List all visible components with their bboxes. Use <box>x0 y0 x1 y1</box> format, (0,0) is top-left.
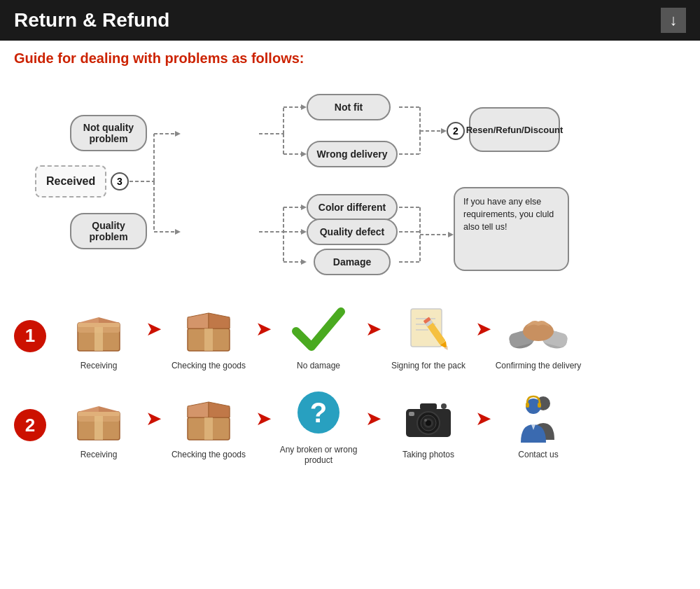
svg-text:?: ? <box>310 397 327 428</box>
svg-marker-21 <box>301 259 307 265</box>
svg-marker-17 <box>301 205 307 210</box>
svg-marker-13 <box>301 151 307 157</box>
svg-marker-10 <box>301 104 307 110</box>
svg-rect-76 <box>538 403 541 408</box>
step-row-1: 1 Receiving <box>14 300 686 372</box>
arrow-1-3: ➤ <box>365 317 382 340</box>
flowchart: Received 3 <box>21 76 679 286</box>
svg-marker-19 <box>301 229 307 235</box>
arrow-1-2: ➤ <box>255 317 272 340</box>
camera-label: Taking photos <box>402 450 454 461</box>
step-item-confirming: Confirming the delivery <box>493 300 584 372</box>
quality-problem-box: Quality problem <box>70 213 147 249</box>
circle-3: 3 <box>111 172 129 190</box>
step-item-checking-1: Checking the goods <box>163 300 254 372</box>
step-item-signing: Signing for the pack <box>383 300 474 372</box>
received-box: Received <box>35 165 106 198</box>
header-arrow: ↓ <box>661 8 686 33</box>
arrow-2-4: ➤ <box>475 407 491 430</box>
step-item-receiving-1: Receiving <box>53 300 144 372</box>
svg-rect-42 <box>411 309 442 347</box>
svg-marker-3 <box>175 131 181 137</box>
guide-section: Guide for dealing with problems as follo… <box>0 41 700 293</box>
nodamage-label: No damage <box>297 361 340 372</box>
wrong-delivery-box: Wrong delivery <box>307 141 398 167</box>
arrow-1-1: ➤ <box>146 317 162 340</box>
svg-rect-59 <box>78 412 120 416</box>
step-item-receiving-2: Receiving <box>53 389 144 461</box>
guide-title: Guide for dealing with problems as follo… <box>14 50 686 67</box>
svg-point-69 <box>424 419 427 422</box>
box-closed-icon <box>64 300 134 356</box>
contact-label: Contact us <box>518 450 558 461</box>
color-different-box: Color different <box>307 194 398 221</box>
pencil-icon <box>393 300 463 356</box>
svg-rect-71 <box>409 412 414 416</box>
question-icon: ? <box>284 384 354 441</box>
header: Return & Refund ↓ <box>0 0 700 41</box>
arrow-2-2: ➤ <box>255 407 272 430</box>
box-closed-icon-2 <box>64 389 134 445</box>
step-row-2: 2 Receiving ➤ <box>14 384 686 466</box>
confirming-label: Confirming the delivery <box>496 361 582 372</box>
question-label: Any broken or wrong product <box>273 445 364 466</box>
svg-rect-41 <box>204 328 213 351</box>
svg-rect-70 <box>420 403 437 410</box>
receiving-label-2: Receiving <box>80 450 118 461</box>
step-item-checking-2: Checking the goods <box>163 389 254 461</box>
box-open-icon-2 <box>174 389 244 445</box>
svg-marker-33 <box>448 232 454 237</box>
steps-section: 1 Receiving <box>0 293 700 486</box>
svg-rect-75 <box>526 403 529 408</box>
checking-label-2: Checking the goods <box>172 450 246 461</box>
circle-2: 2 <box>447 122 465 140</box>
header-title: Return & Refund <box>14 9 169 32</box>
quality-defect-box: Quality defect <box>307 219 398 245</box>
step-number-1: 1 <box>14 320 46 352</box>
arrow-2-3: ➤ <box>365 407 382 430</box>
svg-point-72 <box>441 403 447 409</box>
main-container: Return & Refund ↓ Guide for dealing with… <box>0 0 700 589</box>
box-open-icon <box>174 300 244 356</box>
signing-label: Signing for the pack <box>391 361 465 372</box>
svg-marker-6 <box>175 229 181 235</box>
camera-icon <box>393 389 463 445</box>
step-number-2: 2 <box>14 409 46 441</box>
svg-rect-61 <box>204 417 213 440</box>
step-item-contact: Contact us <box>493 389 584 461</box>
step-item-nodamage: No damage <box>273 300 364 372</box>
receiving-label-1: Receiving <box>80 361 118 372</box>
arrow-2-1: ➤ <box>146 407 162 430</box>
person-icon <box>503 389 573 445</box>
checkmark-icon <box>284 300 354 356</box>
not-quality-box: Not quality problem <box>70 115 147 151</box>
checking-label-1: Checking the goods <box>172 361 246 372</box>
svg-marker-27 <box>441 128 447 134</box>
damage-box: Damage <box>314 249 391 275</box>
step-item-camera: Taking photos <box>383 389 474 461</box>
handshake-icon <box>503 300 573 356</box>
arrow-1-4: ➤ <box>475 317 491 340</box>
not-fit-box: Not fit <box>307 94 391 120</box>
step-item-question: ? Any broken or wrong product <box>273 384 364 466</box>
requirements-box: If you have any else requirements, you c… <box>454 187 569 271</box>
svg-rect-39 <box>78 323 120 327</box>
resen-refund-box: Resen/Refun/Discount <box>469 107 560 152</box>
